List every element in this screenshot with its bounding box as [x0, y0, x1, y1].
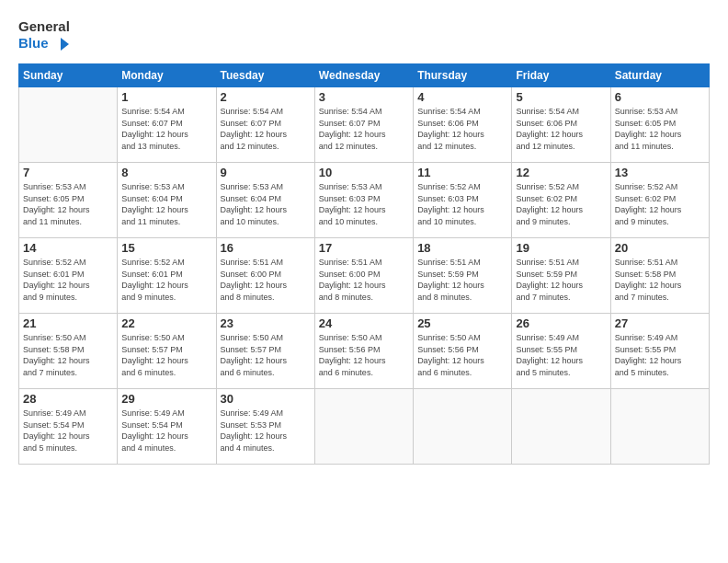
header-monday: Monday: [118, 64, 216, 87]
logo-general: General: [18, 18, 70, 35]
day-cell: 25 Sunrise: 5:50 AMSunset: 5:56 PMDaylig…: [414, 314, 512, 389]
day-number: 26: [516, 316, 606, 330]
day-number: 16: [221, 241, 311, 255]
day-number: 22: [121, 316, 211, 330]
day-cell: 30 Sunrise: 5:49 AMSunset: 5:53 PMDaylig…: [216, 389, 314, 465]
header-tuesday: Tuesday: [216, 64, 314, 87]
day-cell: 16 Sunrise: 5:51 AMSunset: 6:00 PMDaylig…: [216, 238, 314, 314]
day-number: 15: [121, 241, 211, 255]
day-info: Sunrise: 5:49 AMSunset: 5:54 PMDaylight:…: [23, 408, 90, 453]
day-cell: 19 Sunrise: 5:51 AMSunset: 5:59 PMDaylig…: [512, 238, 610, 314]
day-number: 21: [23, 316, 113, 330]
day-info: Sunrise: 5:50 AMSunset: 5:58 PMDaylight:…: [23, 333, 90, 377]
logo-blue: Blue: [18, 35, 70, 52]
day-number: 20: [615, 241, 705, 255]
day-info: Sunrise: 5:52 AMSunset: 6:01 PMDaylight:…: [121, 258, 188, 302]
day-info: Sunrise: 5:50 AMSunset: 5:57 PMDaylight:…: [221, 333, 288, 377]
day-cell: [314, 389, 413, 465]
day-number: 18: [417, 241, 507, 255]
day-cell: 18 Sunrise: 5:51 AMSunset: 5:59 PMDaylig…: [414, 238, 512, 314]
day-cell: [414, 389, 512, 465]
day-info: Sunrise: 5:54 AMSunset: 6:06 PMDaylight:…: [516, 107, 583, 151]
day-number: 27: [615, 316, 705, 330]
day-info: Sunrise: 5:52 AMSunset: 6:02 PMDaylight:…: [615, 182, 682, 226]
page: General Blue SundayMondayTuesdayWednesda…: [0, 0, 728, 563]
day-number: 10: [319, 166, 409, 179]
day-cell: 8 Sunrise: 5:53 AMSunset: 6:04 PMDayligh…: [118, 163, 216, 238]
day-info: Sunrise: 5:51 AMSunset: 6:00 PMDaylight:…: [319, 258, 386, 302]
day-number: 7: [23, 166, 113, 179]
day-number: 12: [516, 166, 606, 179]
day-info: Sunrise: 5:54 AMSunset: 6:07 PMDaylight:…: [121, 107, 188, 151]
calendar-table: SundayMondayTuesdayWednesdayThursdayFrid…: [18, 63, 710, 465]
day-cell: 26 Sunrise: 5:49 AMSunset: 5:55 PMDaylig…: [512, 314, 610, 389]
day-cell: 23 Sunrise: 5:50 AMSunset: 5:57 PMDaylig…: [216, 314, 314, 389]
day-number: 28: [23, 392, 113, 406]
day-cell: 17 Sunrise: 5:51 AMSunset: 6:00 PMDaylig…: [314, 238, 413, 314]
day-number: 5: [516, 90, 606, 104]
day-number: 23: [221, 316, 311, 330]
day-info: Sunrise: 5:53 AMSunset: 6:05 PMDaylight:…: [615, 107, 682, 151]
day-info: Sunrise: 5:53 AMSunset: 6:04 PMDaylight:…: [121, 182, 188, 226]
week-row-2: 7 Sunrise: 5:53 AMSunset: 6:05 PMDayligh…: [19, 163, 710, 238]
day-number: 1: [121, 90, 211, 104]
day-number: 8: [121, 166, 211, 179]
day-info: Sunrise: 5:49 AMSunset: 5:55 PMDaylight:…: [615, 333, 682, 377]
day-number: 19: [516, 241, 606, 255]
day-cell: 21 Sunrise: 5:50 AMSunset: 5:58 PMDaylig…: [19, 314, 118, 389]
day-cell: 14 Sunrise: 5:52 AMSunset: 6:01 PMDaylig…: [19, 238, 118, 314]
header-friday: Friday: [512, 64, 610, 87]
day-cell: 9 Sunrise: 5:53 AMSunset: 6:04 PMDayligh…: [216, 163, 314, 238]
day-cell: 11 Sunrise: 5:52 AMSunset: 6:03 PMDaylig…: [414, 163, 512, 238]
day-cell: 1 Sunrise: 5:54 AMSunset: 6:07 PMDayligh…: [118, 87, 216, 163]
day-info: Sunrise: 5:54 AMSunset: 6:07 PMDaylight:…: [221, 107, 288, 151]
day-cell: [512, 389, 610, 465]
day-cell: [610, 389, 709, 465]
day-info: Sunrise: 5:52 AMSunset: 6:02 PMDaylight:…: [516, 182, 583, 226]
day-number: 13: [615, 166, 705, 179]
day-cell: 5 Sunrise: 5:54 AMSunset: 6:06 PMDayligh…: [512, 87, 610, 163]
day-info: Sunrise: 5:53 AMSunset: 6:05 PMDaylight:…: [23, 182, 90, 226]
day-info: Sunrise: 5:53 AMSunset: 6:04 PMDaylight:…: [221, 182, 288, 226]
header-thursday: Thursday: [414, 64, 512, 87]
day-number: 2: [221, 90, 311, 104]
day-cell: 13 Sunrise: 5:52 AMSunset: 6:02 PMDaylig…: [610, 163, 709, 238]
day-cell: 12 Sunrise: 5:52 AMSunset: 6:02 PMDaylig…: [512, 163, 610, 238]
day-info: Sunrise: 5:50 AMSunset: 5:57 PMDaylight:…: [121, 333, 188, 377]
calendar-header-row: SundayMondayTuesdayWednesdayThursdayFrid…: [19, 64, 710, 87]
day-info: Sunrise: 5:49 AMSunset: 5:55 PMDaylight:…: [516, 333, 583, 377]
day-cell: 6 Sunrise: 5:53 AMSunset: 6:05 PMDayligh…: [610, 87, 709, 163]
week-row-1: 1 Sunrise: 5:54 AMSunset: 6:07 PMDayligh…: [19, 87, 710, 163]
day-info: Sunrise: 5:51 AMSunset: 5:58 PMDaylight:…: [615, 258, 682, 302]
day-info: Sunrise: 5:53 AMSunset: 6:03 PMDaylight:…: [319, 182, 386, 226]
day-info: Sunrise: 5:52 AMSunset: 6:03 PMDaylight:…: [417, 182, 484, 226]
day-cell: 15 Sunrise: 5:52 AMSunset: 6:01 PMDaylig…: [118, 238, 216, 314]
day-cell: 28 Sunrise: 5:49 AMSunset: 5:54 PMDaylig…: [19, 389, 118, 465]
day-number: 6: [615, 90, 705, 104]
svg-marker-0: [61, 38, 69, 51]
day-info: Sunrise: 5:52 AMSunset: 6:01 PMDaylight:…: [23, 258, 90, 302]
day-cell: [19, 87, 118, 163]
day-info: Sunrise: 5:54 AMSunset: 6:07 PMDaylight:…: [319, 107, 386, 151]
header: General Blue: [18, 18, 710, 52]
logo-flag-icon: [52, 36, 69, 52]
day-info: Sunrise: 5:54 AMSunset: 6:06 PMDaylight:…: [417, 107, 484, 151]
logo: General Blue: [18, 18, 70, 52]
day-cell: 7 Sunrise: 5:53 AMSunset: 6:05 PMDayligh…: [19, 163, 118, 238]
day-number: 14: [23, 241, 113, 255]
day-number: 24: [319, 316, 409, 330]
day-info: Sunrise: 5:51 AMSunset: 5:59 PMDaylight:…: [417, 258, 484, 302]
day-info: Sunrise: 5:50 AMSunset: 5:56 PMDaylight:…: [417, 333, 484, 377]
header-sunday: Sunday: [19, 64, 118, 87]
day-cell: 22 Sunrise: 5:50 AMSunset: 5:57 PMDaylig…: [118, 314, 216, 389]
day-number: 11: [417, 166, 507, 179]
day-cell: 27 Sunrise: 5:49 AMSunset: 5:55 PMDaylig…: [610, 314, 709, 389]
day-number: 9: [221, 166, 311, 179]
day-number: 30: [221, 392, 311, 406]
week-row-4: 21 Sunrise: 5:50 AMSunset: 5:58 PMDaylig…: [19, 314, 710, 389]
day-number: 17: [319, 241, 409, 255]
week-row-3: 14 Sunrise: 5:52 AMSunset: 6:01 PMDaylig…: [19, 238, 710, 314]
day-info: Sunrise: 5:50 AMSunset: 5:56 PMDaylight:…: [319, 333, 386, 377]
day-number: 25: [417, 316, 507, 330]
header-wednesday: Wednesday: [314, 64, 413, 87]
